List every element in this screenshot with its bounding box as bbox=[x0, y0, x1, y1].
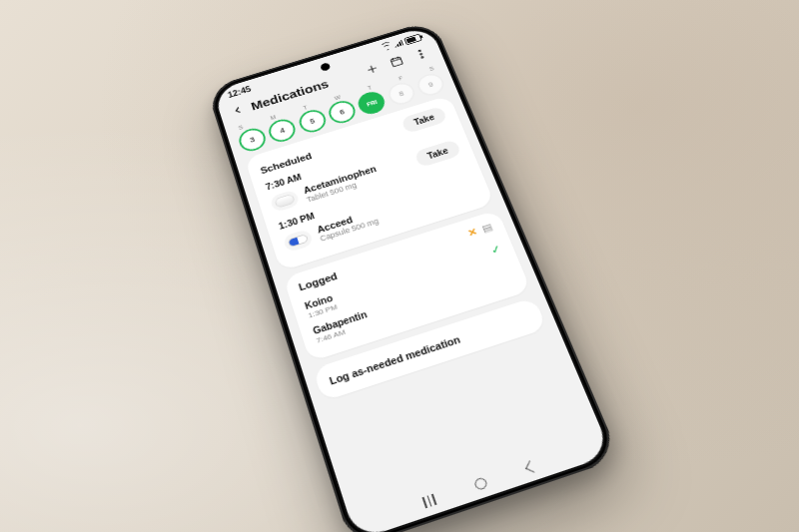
day-label: T bbox=[303, 104, 309, 110]
day-label: T bbox=[367, 84, 373, 90]
more-vertical-icon bbox=[411, 46, 430, 61]
add-button[interactable] bbox=[360, 58, 385, 79]
back-button[interactable] bbox=[228, 101, 248, 119]
calendar-button[interactable] bbox=[384, 51, 408, 72]
recents-button[interactable] bbox=[422, 493, 437, 508]
signal-icon bbox=[393, 39, 403, 47]
svg-point-6 bbox=[418, 49, 420, 51]
svg-line-5 bbox=[398, 56, 399, 58]
svg-line-4 bbox=[393, 58, 394, 60]
note-icon[interactable]: ▤ bbox=[480, 221, 494, 234]
plus-icon bbox=[363, 61, 381, 77]
chevron-left-icon bbox=[230, 103, 246, 117]
take-button[interactable]: Take bbox=[413, 139, 461, 168]
check-icon: ✓ bbox=[489, 243, 503, 258]
day-label: S bbox=[428, 65, 434, 71]
day-label: F bbox=[398, 75, 403, 81]
system-back-button[interactable] bbox=[525, 460, 538, 472]
day-label: W bbox=[334, 94, 342, 101]
svg-point-7 bbox=[419, 53, 421, 55]
capsule-icon bbox=[283, 229, 315, 254]
svg-point-8 bbox=[421, 56, 423, 58]
more-button[interactable] bbox=[408, 43, 434, 64]
wifi-icon bbox=[382, 42, 393, 50]
tablet-icon bbox=[270, 189, 301, 213]
home-button[interactable] bbox=[473, 476, 488, 491]
calendar-icon bbox=[388, 53, 406, 69]
skip-icon[interactable]: ✕ bbox=[466, 226, 479, 239]
day-label: S bbox=[238, 124, 244, 130]
day-label: M bbox=[270, 114, 277, 121]
